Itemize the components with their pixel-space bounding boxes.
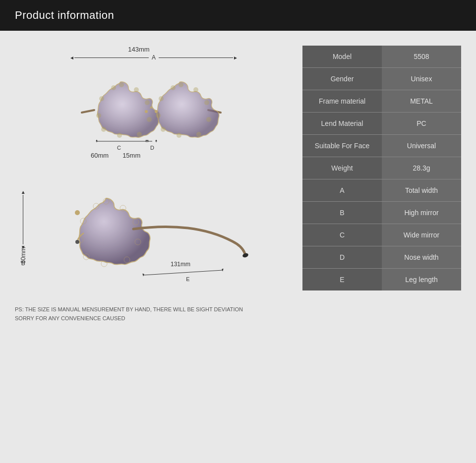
table-cell-label: D: [302, 246, 382, 269]
svg-line-52: [143, 270, 223, 275]
svg-point-21: [171, 85, 176, 90]
sunglasses-front-svg: C D 60mm 15mm: [67, 63, 236, 155]
table-row: Frame materialMETAL: [302, 90, 461, 113]
svg-point-47: [242, 252, 249, 258]
svg-point-11: [111, 85, 116, 90]
svg-point-18: [161, 127, 166, 132]
table-row: Suitable For FaceUniversal: [302, 135, 461, 157]
table-cell-label: A: [302, 179, 382, 202]
front-view-diagram: 143mm ◄ A ►: [15, 46, 288, 155]
svg-marker-28: [96, 140, 98, 141]
svg-point-8: [101, 127, 106, 132]
svg-point-23: [155, 110, 158, 113]
product-info-table: Model5508GenderUnisexFrame materialMETAL…: [302, 46, 461, 290]
side-height-label: 60mm: [20, 247, 27, 263]
table-cell-value: High mirror: [382, 202, 461, 224]
table-cell-value: METAL: [382, 90, 461, 113]
svg-marker-34: [147, 140, 149, 141]
svg-point-7: [117, 133, 122, 138]
svg-point-5: [147, 117, 152, 122]
page-title: Product information: [15, 9, 114, 21]
dimension-c-mm: 60mm: [91, 152, 109, 159]
main-content: 143mm ◄ A ►: [0, 31, 476, 463]
table-cell-value: Wide mirror: [382, 224, 461, 246]
table-cell-value: Universal: [382, 135, 461, 157]
page-header: Product information: [0, 0, 476, 31]
side-sunglasses-svg: E 131mm: [34, 174, 252, 295]
svg-point-15: [206, 117, 211, 122]
svg-point-22: [145, 110, 148, 113]
left-panel: 143mm ◄ A ►: [15, 41, 288, 453]
svg-point-13: [193, 87, 198, 92]
svg-text:E: E: [186, 276, 190, 282]
table-cell-value: Nose width: [382, 246, 461, 269]
svg-point-4: [145, 100, 150, 105]
table-row: Model5508: [302, 46, 461, 68]
table-row: Lend MaterialPC: [302, 113, 461, 135]
side-view-diagram: ▲ ▼ 60mm B: [15, 174, 288, 295]
table-cell-value: 28.3g: [382, 157, 461, 179]
svg-marker-35: [155, 140, 157, 141]
svg-text:C: C: [117, 145, 121, 151]
svg-point-19: [156, 113, 161, 118]
svg-point-12: [178, 82, 183, 87]
table-cell-value: Unisex: [382, 68, 461, 90]
table-row: BHigh mirror: [302, 202, 461, 224]
svg-text:131mm: 131mm: [171, 261, 190, 268]
table-cell-label: Frame material: [302, 90, 382, 113]
table-cell-value: Total width: [382, 179, 461, 202]
table-cell-label: Suitable For Face: [302, 135, 382, 157]
table-cell-label: Model: [302, 46, 382, 68]
table-row: CWide mirror: [302, 224, 461, 246]
dimension-a-mm: 143mm: [128, 46, 149, 53]
svg-point-3: [134, 87, 139, 92]
table-row: Weight28.3g: [302, 157, 461, 179]
svg-point-2: [119, 82, 124, 87]
dim-a-label: A: [152, 54, 156, 61]
table-row: GenderUnisex: [302, 68, 461, 90]
right-panel: Model5508GenderUnisexFrame materialMETAL…: [302, 46, 461, 290]
svg-point-49: [75, 210, 80, 215]
svg-text:D: D: [150, 145, 154, 151]
table-cell-label: Lend Material: [302, 113, 382, 135]
svg-point-14: [204, 100, 209, 105]
svg-point-17: [177, 133, 181, 138]
table-cell-value: PC: [382, 113, 461, 135]
table-cell-value: 5508: [382, 46, 461, 68]
svg-point-48: [75, 240, 79, 244]
table-cell-value: Leg length: [382, 269, 461, 291]
svg-point-16: [196, 132, 201, 137]
table-row: ATotal width: [302, 179, 461, 202]
table-cell-label: Weight: [302, 157, 382, 179]
svg-line-0: [82, 110, 94, 113]
table-cell-label: E: [302, 269, 382, 291]
svg-point-6: [137, 132, 142, 137]
dimension-d-mm: 15mm: [122, 152, 140, 159]
svg-point-9: [96, 113, 101, 118]
table-cell-label: Gender: [302, 68, 382, 90]
table-row: ELeg length: [302, 269, 461, 291]
svg-point-10: [99, 96, 104, 101]
svg-point-20: [159, 96, 164, 101]
ps-note: PS: THE SIZE IS MANUAL MENSUREMENT BY HA…: [15, 305, 253, 323]
table-cell-label: C: [302, 224, 382, 246]
table-cell-label: B: [302, 202, 382, 224]
table-row: DNose width: [302, 246, 461, 269]
